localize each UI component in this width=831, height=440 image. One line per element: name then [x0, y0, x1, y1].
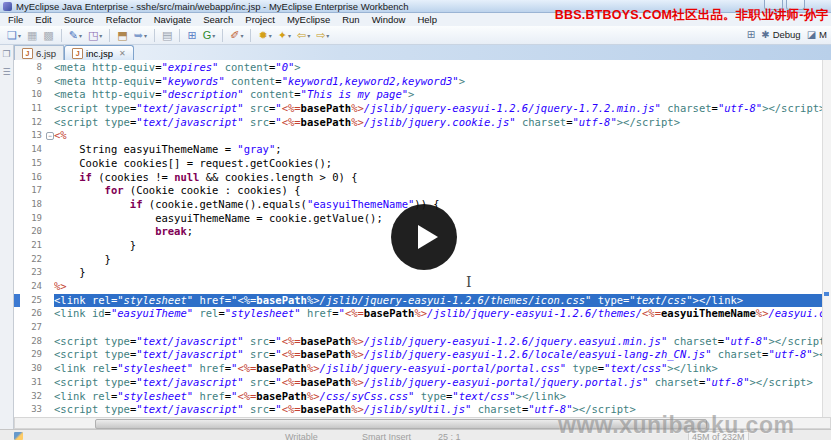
import-deploy-button[interactable]: ➥▾ [132, 27, 149, 43]
annotate-button[interactable]: ✐▾ [228, 27, 245, 43]
code-line-26[interactable]: 26<link id="easyuiTheme" rel="stylesheet… [14, 307, 831, 321]
print-button[interactable]: ▤ [160, 27, 174, 43]
tab-6-jsp[interactable]: J6.jsp [14, 45, 64, 60]
code-line-16[interactable]: 16 if (cookies != null && cookies.length… [14, 171, 831, 185]
overview-ruler[interactable] [822, 60, 831, 417]
menu-item-project[interactable]: Project [239, 14, 281, 25]
menu-item-navigate[interactable]: Navigate [148, 14, 198, 25]
fold-collapse-icon[interactable]: − [46, 132, 54, 140]
menu-item-myeclipse[interactable]: MyEclipse [281, 14, 336, 25]
code-line-30[interactable]: 30<link rel="stylesheet" href="<%=basePa… [14, 362, 831, 376]
external-tools-button[interactable]: ✦▾ [276, 27, 293, 43]
code-token: "text/javascript" [136, 335, 243, 347]
code-token: "gray" [237, 143, 275, 155]
outline-view-icon[interactable]: ☰ [2, 68, 10, 77]
perspective-debug-button[interactable]: ✱Debug [761, 29, 800, 40]
code-line-12[interactable]: 12<script type="text/javascript" src="<%… [14, 116, 831, 130]
line-number[interactable]: 11 [20, 102, 46, 116]
line-number[interactable]: 26 [20, 307, 46, 321]
dropdown-caret-icon: ▾ [79, 32, 82, 39]
menu-item-edit[interactable]: Edit [29, 14, 57, 25]
code-token [54, 198, 130, 210]
line-number[interactable]: 24 [20, 280, 46, 294]
line-number[interactable]: 33 [20, 403, 46, 417]
line-number[interactable]: 25 [20, 294, 46, 308]
code-line-8[interactable]: 8<meta http-equiv="expires" content="0"> [14, 61, 831, 75]
menu-item-search[interactable]: Search [197, 14, 239, 25]
menu-item-refactor[interactable]: Refactor [100, 14, 148, 25]
line-number[interactable]: 23 [20, 266, 46, 280]
line-number[interactable]: 18 [20, 198, 46, 212]
line-number[interactable]: 15 [20, 157, 46, 171]
tab-inc-jsp[interactable]: Jinc.jsp✕ [64, 45, 134, 60]
debug-perspective-icon: ✱ [761, 29, 769, 40]
line-number[interactable]: 16 [20, 171, 46, 185]
code-line-15[interactable]: 15 Cookie cookies[] = request.getCookies… [14, 157, 831, 171]
line-number[interactable]: 12 [20, 116, 46, 130]
tab-close-icon[interactable]: ✕ [119, 49, 126, 58]
new-wizard-button[interactable]: ❏▾ [5, 27, 23, 43]
code-line-24[interactable]: 24%> [14, 280, 831, 294]
toolbar-separator [61, 29, 62, 42]
run-button[interactable]: ✹▾ [256, 27, 273, 43]
code-token: (cookies != [92, 171, 174, 183]
code-token: "expires" [161, 61, 218, 73]
code-line-32[interactable]: 32<link rel="stylesheet" href="<%=basePa… [14, 390, 831, 404]
line-number[interactable]: 29 [20, 348, 46, 362]
code-line-27[interactable]: 27 [14, 321, 831, 335]
save-button[interactable]: ▦ [25, 27, 39, 43]
package-button[interactable]: ⬒ [115, 27, 129, 43]
line-number[interactable]: 22 [20, 253, 46, 267]
grid-view-button[interactable]: ⊞ [185, 27, 198, 43]
code-line-28[interactable]: 28<script type="text/javascript" src="<%… [14, 335, 831, 349]
fold-gutter [46, 307, 54, 321]
deploy-button[interactable]: ✎▾ [67, 27, 84, 43]
code-line-11[interactable]: 11<script type="text/javascript" src="<%… [14, 102, 831, 116]
code-line-13[interactable]: 13−<% [14, 129, 831, 143]
code-token [54, 184, 105, 196]
code-line-29[interactable]: 29<script type="text/javascript" src="<%… [14, 348, 831, 362]
restore-view-icon[interactable]: ❐ [2, 50, 10, 59]
line-number[interactable]: 27 [20, 321, 46, 335]
save-all-button[interactable]: ▩ [41, 27, 55, 43]
line-number[interactable]: 19 [20, 212, 46, 226]
myeclipse-perspective-icon: ◪ [807, 29, 816, 40]
code-line-17[interactable]: 17 for (Cookie cookie : cookies) { [14, 184, 831, 198]
line-number[interactable]: 28 [20, 335, 46, 349]
open-perspective-icon[interactable]: ⊞ [747, 29, 755, 40]
line-number[interactable]: 30 [20, 362, 46, 376]
menu-item-run[interactable]: Run [336, 14, 365, 25]
fold-gutter [46, 198, 54, 212]
line-number[interactable]: 31 [20, 376, 46, 390]
run-server-button[interactable]: ◳▾ [86, 27, 104, 43]
menu-item-help[interactable]: Help [411, 14, 443, 25]
line-number[interactable]: 13 [20, 129, 46, 143]
back-button[interactable]: ⇦▾ [295, 27, 312, 43]
forward-button[interactable]: ⇨▾ [314, 27, 331, 43]
menu-item-window[interactable]: Window [366, 14, 412, 25]
code-token: (Cookie cookie : cookies) { [124, 184, 301, 196]
code-token: type [598, 294, 623, 306]
code-line-9[interactable]: 9<meta http-equiv="keywords" content="ke… [14, 75, 831, 89]
line-number[interactable]: 9 [20, 75, 46, 89]
line-number[interactable]: 10 [20, 88, 46, 102]
line-number[interactable]: 8 [20, 61, 46, 75]
line-number[interactable]: 32 [20, 390, 46, 404]
menu-item-file[interactable]: File [2, 14, 29, 25]
code-token: && cookies.length > 0) { [199, 171, 357, 183]
code-line-25[interactable]: 25<link rel="stylesheet" href="<%=basePa… [14, 294, 831, 308]
perspective-myeclipse-button[interactable]: ◪M [807, 29, 827, 40]
code-line-10[interactable]: 10<meta http-equiv="description" content… [14, 88, 831, 102]
line-number[interactable]: 21 [20, 239, 46, 253]
web-browser-button[interactable]: G▾ [201, 27, 218, 43]
code-token: charset [674, 335, 718, 347]
code-line-31[interactable]: 31<script type="text/javascript" src="<%… [14, 376, 831, 390]
video-play-button[interactable] [391, 204, 457, 270]
line-number[interactable]: 20 [20, 225, 46, 239]
line-number[interactable]: 14 [20, 143, 46, 157]
fold-gutter [46, 403, 54, 417]
code-token: if [130, 198, 143, 210]
line-number[interactable]: 17 [20, 184, 46, 198]
menu-item-source[interactable]: Source [58, 14, 100, 25]
code-line-14[interactable]: 14 String easyuiThemeName = "gray"; [14, 143, 831, 157]
